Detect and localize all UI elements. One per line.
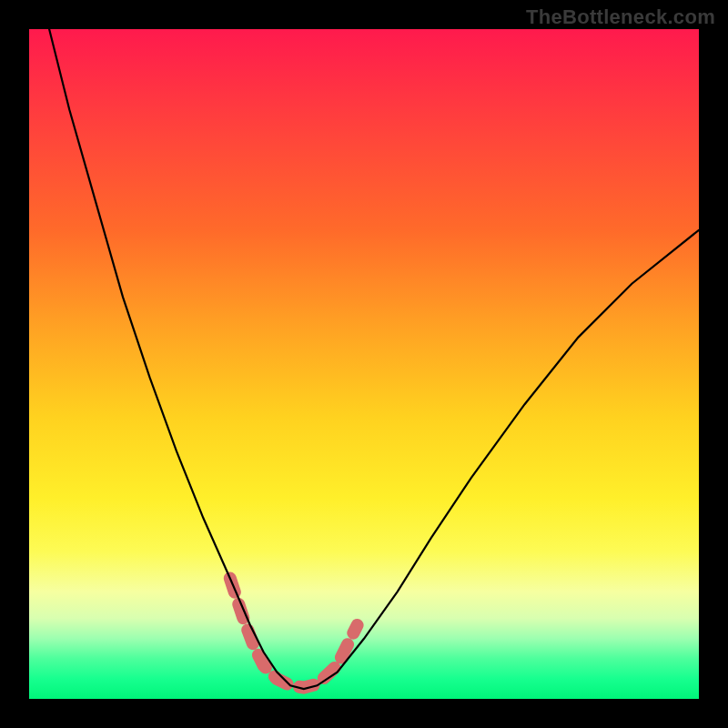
chart-frame: TheBottleneck.com <box>0 0 728 728</box>
bottleneck-curve <box>49 29 699 689</box>
watermark-text: TheBottleneck.com <box>526 5 715 29</box>
chart-overlay <box>29 29 699 699</box>
plot-area <box>29 29 699 699</box>
